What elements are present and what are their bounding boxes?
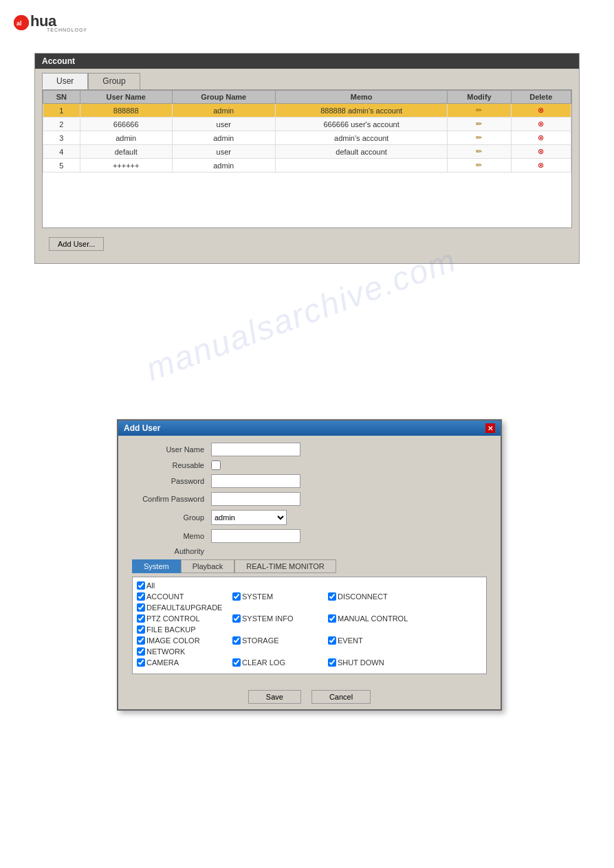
table-row: 2 666666 user 666666 user's account ✏ ⊗: [43, 118, 571, 131]
auth-tab-realtime[interactable]: REAL-TIME MONITOR: [234, 559, 336, 573]
perm-system-info-checkbox[interactable]: [232, 614, 241, 623]
reusable-row: Reusable: [129, 460, 490, 470]
row5-delete[interactable]: ⊗: [511, 159, 571, 173]
perm-image-color-checkbox[interactable]: [137, 636, 145, 645]
group-row: Group admin user: [129, 510, 490, 525]
row4-sn: 4: [43, 145, 80, 159]
authority-tabs: System Playback REAL-TIME MONITOR: [132, 559, 487, 573]
confirm-password-label: Confirm Password: [129, 495, 211, 503]
perm-event-checkbox[interactable]: [328, 636, 336, 645]
tab-user[interactable]: User: [42, 73, 88, 89]
perm-clear-log-checkbox[interactable]: [232, 658, 241, 667]
perm-default-upgrade-checkbox[interactable]: [137, 603, 145, 612]
password-row: Password: [129, 474, 490, 488]
dialog-buttons: Save Cancel: [118, 685, 501, 709]
perm-disconnect-checkbox[interactable]: [328, 592, 336, 601]
tab-group[interactable]: Group: [88, 73, 140, 89]
password-input[interactable]: [211, 474, 300, 488]
username-input[interactable]: [211, 443, 300, 456]
row3-memo: admin's account: [275, 131, 448, 145]
perm-system-checkbox[interactable]: [232, 592, 241, 601]
perm-account-label: ACCOUNT: [146, 592, 184, 601]
row5-sn: 5: [43, 159, 80, 173]
perm-all-item: All: [137, 581, 230, 590]
col-username: User Name: [80, 91, 172, 104]
row1-modify[interactable]: ✏: [448, 104, 511, 118]
perm-all-checkbox[interactable]: [137, 581, 145, 590]
perm-system-label: SYSTEM: [242, 592, 273, 601]
row5-username: ++++++: [80, 159, 172, 173]
username-label: User Name: [129, 445, 211, 454]
perm-file-backup-checkbox[interactable]: [137, 625, 145, 634]
perm-storage: STORAGE: [232, 636, 325, 645]
row1-sn: 1: [43, 104, 80, 118]
svg-text:al: al: [17, 20, 22, 27]
perm-row-3: IMAGE COLOR STORAGE EVENT NETWORK: [137, 636, 482, 656]
perm-camera: CAMERA: [137, 658, 230, 667]
perm-manual-control-checkbox[interactable]: [328, 614, 336, 623]
cancel-button[interactable]: Cancel: [311, 690, 371, 704]
perm-shut-down-checkbox[interactable]: [328, 658, 336, 667]
perm-shut-down-label: SHUT DOWN: [338, 658, 384, 667]
col-delete: Delete: [511, 91, 571, 104]
perm-image-color: IMAGE COLOR: [137, 636, 230, 645]
username-row: User Name: [129, 443, 490, 456]
perm-account-checkbox[interactable]: [137, 592, 145, 601]
reusable-label: Reusable: [129, 461, 211, 469]
perm-disconnect: DISCONNECT: [328, 592, 421, 601]
auth-tab-system[interactable]: System: [132, 559, 181, 573]
perm-all-row: All: [137, 581, 482, 590]
row2-group: user: [172, 118, 275, 131]
row2-memo: 666666 user's account: [275, 118, 448, 131]
add-user-dialog: Add User ✕ User Name Reusable Password C…: [117, 419, 502, 711]
col-memo: Memo: [275, 91, 448, 104]
reusable-checkbox[interactable]: [211, 460, 221, 470]
row1-memo: 888888 admin's account: [275, 104, 448, 118]
col-modify: Modify: [448, 91, 511, 104]
save-button[interactable]: Save: [248, 690, 301, 704]
perm-image-color-label: IMAGE COLOR: [146, 636, 200, 645]
dialog-body: User Name Reusable Password Confirm Pass…: [118, 436, 501, 685]
row2-delete[interactable]: ⊗: [511, 118, 571, 131]
auth-tab-playback[interactable]: Playback: [181, 559, 235, 573]
table-row: 4 default user default account ✏ ⊗: [43, 145, 571, 159]
user-table: SN User Name Group Name Memo Modify Dele…: [43, 90, 571, 173]
perm-manual-control: MANUAL CONTROL: [328, 614, 421, 623]
perm-default-upgrade: DEFAULT&UPGRADE: [137, 603, 230, 612]
row2-modify[interactable]: ✏: [448, 118, 511, 131]
row3-username: admin: [80, 131, 172, 145]
confirm-password-row: Confirm Password: [129, 492, 490, 506]
perm-clear-log: CLEAR LOG: [232, 658, 325, 667]
perm-ptz-control-label: PTZ CONTROL: [146, 614, 200, 623]
logo: al hua TECHNOLOGY: [14, 12, 600, 32]
table-row: 3 admin admin admin's account ✏ ⊗: [43, 131, 571, 145]
perm-clear-log-label: CLEAR LOG: [242, 658, 285, 667]
row3-modify[interactable]: ✏: [448, 131, 511, 145]
group-select[interactable]: admin user: [211, 510, 287, 525]
perm-storage-checkbox[interactable]: [232, 636, 241, 645]
add-user-area: Add User...: [35, 228, 579, 263]
perm-camera-checkbox[interactable]: [137, 658, 145, 667]
perm-file-backup: FILE BACKUP: [137, 625, 230, 634]
row4-delete[interactable]: ⊗: [511, 145, 571, 159]
row4-modify[interactable]: ✏: [448, 145, 511, 159]
row4-memo: default account: [275, 145, 448, 159]
authority-row: Authority: [129, 547, 490, 555]
confirm-password-input[interactable]: [211, 492, 300, 506]
row5-modify[interactable]: ✏: [448, 159, 511, 173]
row3-delete[interactable]: ⊗: [511, 131, 571, 145]
perm-system-info: SYSTEM INFO: [232, 614, 325, 623]
row1-username: 888888: [80, 104, 172, 118]
permissions-box: All ACCOUNT SYSTEM DISCONNECT: [132, 577, 487, 674]
col-groupname: Group Name: [172, 91, 275, 104]
logo-icon: al: [14, 15, 29, 30]
perm-all-label: All: [146, 581, 155, 590]
perm-ptz-control-checkbox[interactable]: [137, 614, 145, 623]
dialog-close-button[interactable]: ✕: [485, 423, 495, 433]
memo-row: Memo: [129, 529, 490, 543]
memo-input[interactable]: [211, 529, 300, 543]
perm-network-checkbox[interactable]: [137, 647, 145, 656]
row1-delete[interactable]: ⊗: [511, 104, 571, 118]
row2-username: 666666: [80, 118, 172, 131]
add-user-button[interactable]: Add User...: [49, 237, 104, 251]
